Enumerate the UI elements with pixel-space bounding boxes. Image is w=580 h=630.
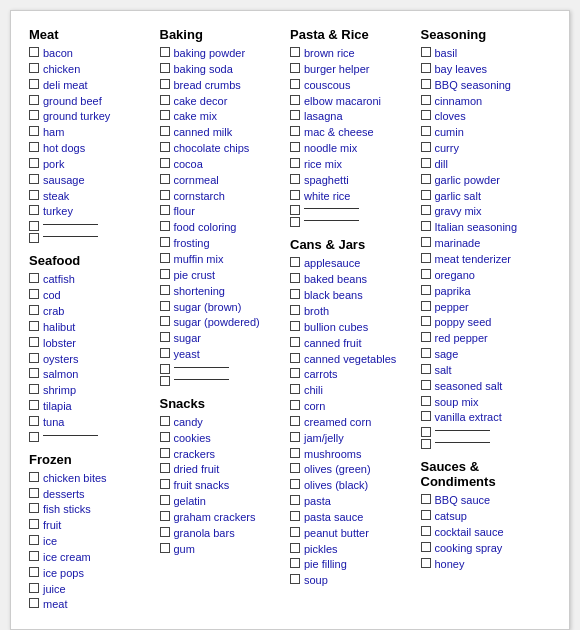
checkbox-icon[interactable]: [29, 142, 39, 152]
checkbox-icon[interactable]: [290, 479, 300, 489]
list-item[interactable]: ham: [29, 125, 154, 140]
checkbox-icon[interactable]: [290, 142, 300, 152]
list-item[interactable]: salt: [421, 363, 546, 378]
checkbox-icon[interactable]: [421, 63, 431, 73]
checkbox-icon[interactable]: [29, 305, 39, 315]
list-item[interactable]: garlic powder: [421, 173, 546, 188]
list-item[interactable]: chicken bites: [29, 471, 154, 486]
list-item[interactable]: white rice: [290, 189, 415, 204]
list-item[interactable]: deli meat: [29, 78, 154, 93]
checkbox-icon[interactable]: [160, 376, 170, 386]
list-item[interactable]: black beans: [290, 288, 415, 303]
checkbox-icon[interactable]: [290, 305, 300, 315]
list-item[interactable]: ice pops: [29, 566, 154, 581]
list-item[interactable]: gravy mix: [421, 204, 546, 219]
checkbox-icon[interactable]: [29, 47, 39, 57]
checkbox-icon[interactable]: [421, 190, 431, 200]
list-item[interactable]: fruit snacks: [160, 478, 285, 493]
list-item[interactable]: ground beef: [29, 94, 154, 109]
list-item[interactable]: olives (green): [290, 462, 415, 477]
checkbox-icon[interactable]: [160, 142, 170, 152]
list-item[interactable]: dried fruit: [160, 462, 285, 477]
checkbox-icon[interactable]: [160, 479, 170, 489]
list-item[interactable]: lobster: [29, 336, 154, 351]
list-item[interactable]: steak: [29, 189, 154, 204]
checkbox-icon[interactable]: [290, 289, 300, 299]
checkbox-icon[interactable]: [421, 494, 431, 504]
list-item[interactable]: jam/jelly: [290, 431, 415, 446]
checkbox-icon[interactable]: [160, 110, 170, 120]
blank-item[interactable]: [421, 438, 546, 449]
checkbox-icon[interactable]: [160, 79, 170, 89]
checkbox-icon[interactable]: [29, 503, 39, 513]
list-item[interactable]: paprika: [421, 284, 546, 299]
checkbox-icon[interactable]: [421, 110, 431, 120]
checkbox-icon[interactable]: [29, 384, 39, 394]
checkbox-icon[interactable]: [290, 558, 300, 568]
checkbox-icon[interactable]: [421, 174, 431, 184]
checkbox-icon[interactable]: [29, 273, 39, 283]
checkbox-icon[interactable]: [29, 337, 39, 347]
checkbox-icon[interactable]: [29, 535, 39, 545]
list-item[interactable]: soup mix: [421, 395, 546, 410]
blank-item[interactable]: [29, 431, 154, 442]
checkbox-icon[interactable]: [29, 95, 39, 105]
list-item[interactable]: tuna: [29, 415, 154, 430]
checkbox-icon[interactable]: [160, 285, 170, 295]
checkbox-icon[interactable]: [29, 174, 39, 184]
checkbox-icon[interactable]: [421, 316, 431, 326]
list-item[interactable]: canned vegetables: [290, 352, 415, 367]
checkbox-icon[interactable]: [160, 126, 170, 136]
checkbox-icon[interactable]: [29, 63, 39, 73]
checkbox-icon[interactable]: [29, 432, 39, 442]
list-item[interactable]: cornmeal: [160, 173, 285, 188]
checkbox-icon[interactable]: [290, 384, 300, 394]
checkbox-icon[interactable]: [421, 126, 431, 136]
checkbox-icon[interactable]: [29, 368, 39, 378]
checkbox-icon[interactable]: [290, 432, 300, 442]
list-item[interactable]: olives (black): [290, 478, 415, 493]
list-item[interactable]: meat tenderizer: [421, 252, 546, 267]
list-item[interactable]: bay leaves: [421, 62, 546, 77]
list-item[interactable]: canned milk: [160, 125, 285, 140]
list-item[interactable]: cocktail sauce: [421, 525, 546, 540]
list-item[interactable]: cloves: [421, 109, 546, 124]
checkbox-icon[interactable]: [160, 332, 170, 342]
list-item[interactable]: dill: [421, 157, 546, 172]
checkbox-icon[interactable]: [160, 364, 170, 374]
list-item[interactable]: BBQ sauce: [421, 493, 546, 508]
list-item[interactable]: chicken: [29, 62, 154, 77]
list-item[interactable]: creamed corn: [290, 415, 415, 430]
checkbox-icon[interactable]: [290, 95, 300, 105]
list-item[interactable]: marinade: [421, 236, 546, 251]
checkbox-icon[interactable]: [160, 495, 170, 505]
list-item[interactable]: lasagna: [290, 109, 415, 124]
checkbox-icon[interactable]: [29, 583, 39, 593]
list-item[interactable]: elbow macaroni: [290, 94, 415, 109]
list-item[interactable]: fruit: [29, 518, 154, 533]
checkbox-icon[interactable]: [160, 543, 170, 553]
list-item[interactable]: hot dogs: [29, 141, 154, 156]
checkbox-icon[interactable]: [421, 558, 431, 568]
list-item[interactable]: sage: [421, 347, 546, 362]
list-item[interactable]: sausage: [29, 173, 154, 188]
checkbox-icon[interactable]: [160, 158, 170, 168]
list-item[interactable]: shortening: [160, 284, 285, 299]
checkbox-icon[interactable]: [160, 432, 170, 442]
checkbox-icon[interactable]: [421, 95, 431, 105]
list-item[interactable]: oregano: [421, 268, 546, 283]
checkbox-icon[interactable]: [421, 142, 431, 152]
checkbox-icon[interactable]: [421, 332, 431, 342]
list-item[interactable]: flour: [160, 204, 285, 219]
list-item[interactable]: BBQ seasoning: [421, 78, 546, 93]
list-item[interactable]: applesauce: [290, 256, 415, 271]
list-item[interactable]: oysters: [29, 352, 154, 367]
list-item[interactable]: juice: [29, 582, 154, 597]
list-item[interactable]: graham crackers: [160, 510, 285, 525]
checkbox-icon[interactable]: [29, 598, 39, 608]
checkbox-icon[interactable]: [421, 158, 431, 168]
checkbox-icon[interactable]: [421, 237, 431, 247]
list-item[interactable]: mac & cheese: [290, 125, 415, 140]
checkbox-icon[interactable]: [29, 416, 39, 426]
checkbox-icon[interactable]: [421, 205, 431, 215]
